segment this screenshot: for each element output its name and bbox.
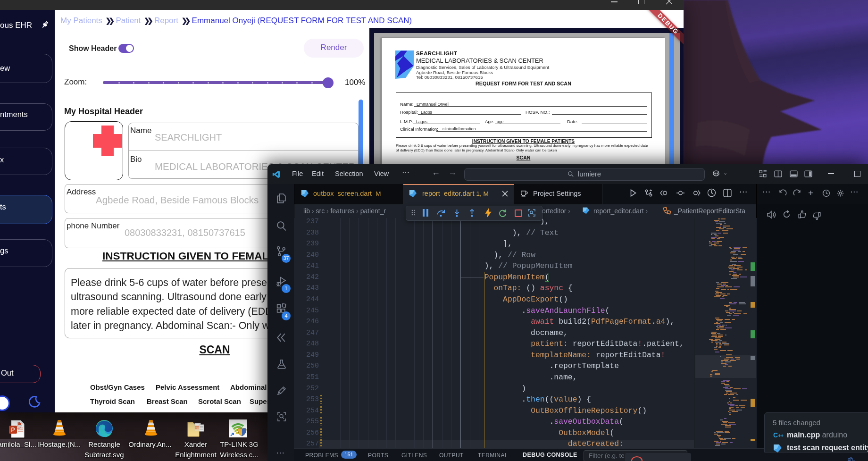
svg-text:P: P bbox=[11, 427, 15, 433]
